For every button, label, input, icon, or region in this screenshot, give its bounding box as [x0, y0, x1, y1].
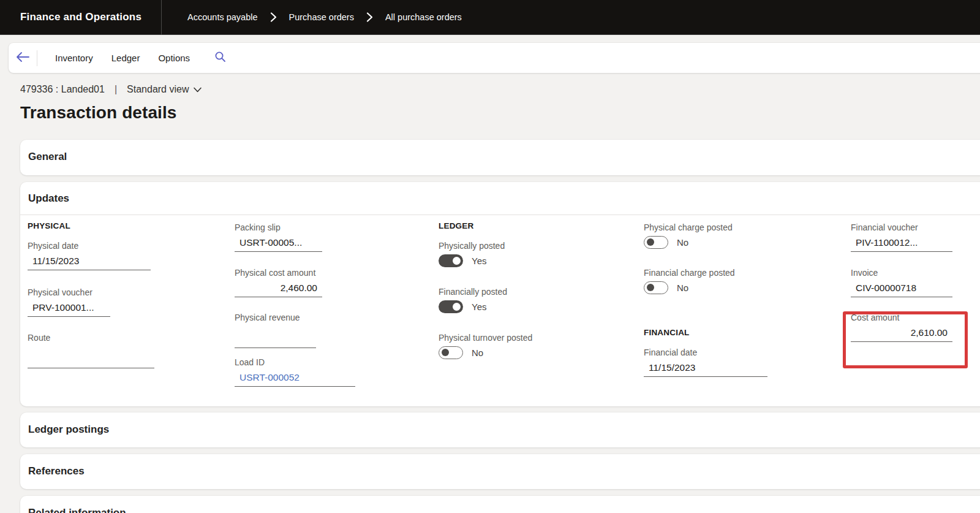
- cost-amount-input[interactable]: 2,610.00: [851, 325, 952, 342]
- section-general: General: [20, 140, 980, 175]
- field-label: Physical date: [28, 241, 151, 251]
- toggle-knob: [647, 238, 654, 246]
- invoice-input[interactable]: CIV-00000718: [851, 280, 952, 297]
- field-route: Route: [28, 333, 154, 368]
- field-physically-posted: Physically posted Yes: [439, 241, 505, 267]
- financial-voucher-input[interactable]: PIV-1100012...: [851, 235, 952, 252]
- financial-date-input[interactable]: 11/15/2023: [644, 360, 767, 377]
- field-label: Physical turnover posted: [439, 333, 532, 343]
- field-physical-revenue: Physical revenue: [235, 313, 316, 348]
- view-selector-label: Standard view: [127, 84, 189, 95]
- section-ledger-postings-header[interactable]: Ledger postings: [20, 412, 980, 447]
- field-label: Load ID: [235, 357, 355, 367]
- field-physical-cost-amount: Physical cost amount 2,460.00: [235, 268, 322, 297]
- toolbar-divider: [37, 50, 37, 66]
- field-financial-voucher: Financial voucher PIV-1100012...: [851, 222, 952, 252]
- field-label: Physically posted: [439, 241, 505, 251]
- action-toolbar: Inventory Ledger Options: [9, 43, 980, 73]
- back-button[interactable]: [9, 43, 37, 73]
- record-header: 479336 : Landed01 | Standard view: [20, 84, 202, 95]
- section-ledger-postings: Ledger postings: [20, 412, 980, 447]
- field-label: Financial voucher: [851, 222, 952, 232]
- view-selector[interactable]: Standard view: [127, 84, 202, 95]
- load-id-link[interactable]: USRT-000052: [235, 370, 355, 387]
- field-financial-charge-posted: Financial charge posted No: [644, 268, 735, 294]
- route-input[interactable]: [28, 351, 154, 368]
- menu-inventory[interactable]: Inventory: [46, 43, 102, 73]
- section-related-information-header[interactable]: Related information: [20, 496, 980, 513]
- field-physical-charge-posted: Physical charge posted No: [644, 222, 733, 249]
- field-label: Invoice: [851, 268, 952, 278]
- field-physical-date: Physical date 11/15/2023: [28, 241, 151, 270]
- section-general-header[interactable]: General: [20, 140, 980, 174]
- physical-cost-amount-input[interactable]: 2,460.00: [235, 280, 322, 297]
- menu-options[interactable]: Options: [149, 43, 199, 73]
- toggle-state-label: Yes: [472, 256, 486, 266]
- section-references: References: [20, 454, 980, 489]
- field-label: Financial date: [644, 348, 767, 357]
- back-arrow-icon: [15, 51, 30, 65]
- field-label: Physical revenue: [235, 313, 316, 322]
- section-references-header[interactable]: References: [20, 454, 980, 488]
- record-separator: |: [115, 84, 117, 95]
- search-button[interactable]: [206, 43, 233, 73]
- breadcrumb-chevron-icon: [366, 12, 373, 22]
- toggle-knob: [453, 303, 461, 311]
- field-financial-date: Financial date 11/15/2023: [644, 348, 767, 377]
- breadcrumb-chevron-icon: [270, 12, 277, 22]
- field-label: Financial charge posted: [644, 268, 735, 278]
- group-header-physical: PHYSICAL: [28, 221, 70, 230]
- breadcrumb-item-purchase-orders[interactable]: Purchase orders: [289, 12, 354, 22]
- field-label: Packing slip: [235, 222, 322, 232]
- toggle-knob: [453, 257, 461, 265]
- financially-posted-toggle[interactable]: [439, 300, 463, 313]
- topbar-divider: [161, 0, 162, 35]
- physical-charge-posted-toggle[interactable]: [644, 236, 668, 249]
- physical-date-input[interactable]: 11/15/2023: [28, 253, 151, 270]
- chevron-down-icon: [194, 84, 202, 95]
- field-cost-amount: Cost amount 2,610.00: [851, 313, 952, 342]
- breadcrumb-item-accounts-payable[interactable]: Accounts payable: [187, 12, 257, 22]
- search-icon: [214, 51, 226, 65]
- toggle-state-label: No: [677, 237, 688, 248]
- record-id: 479336 : Landed01: [20, 84, 105, 95]
- field-label: Route: [28, 333, 154, 343]
- field-packing-slip: Packing slip USRT-00005...: [235, 222, 322, 252]
- app-title: Finance and Operations: [0, 11, 141, 23]
- financial-charge-posted-toggle[interactable]: [644, 281, 668, 294]
- field-financially-posted: Financially posted Yes: [439, 287, 507, 313]
- field-invoice: Invoice CIV-00000718: [851, 268, 952, 297]
- field-physical-turnover-posted: Physical turnover posted No: [439, 333, 532, 359]
- group-header-financial: FINANCIAL: [644, 328, 690, 337]
- group-header-ledger: LEDGER: [439, 221, 473, 230]
- field-label: Physical cost amount: [235, 268, 322, 278]
- breadcrumb: Accounts payable Purchase orders All pur…: [187, 12, 462, 22]
- toggle-state-label: No: [472, 348, 483, 358]
- menu-ledger[interactable]: Ledger: [102, 43, 149, 73]
- toggle-state-label: Yes: [472, 302, 486, 312]
- field-physical-voucher: Physical voucher PRV-100001...: [28, 287, 110, 317]
- toggle-knob: [442, 349, 449, 356]
- physical-voucher-input[interactable]: PRV-100001...: [28, 300, 110, 317]
- page-title: Transaction details: [20, 103, 177, 123]
- field-label: Physical charge posted: [644, 222, 733, 232]
- toggle-state-label: No: [677, 283, 688, 293]
- toggle-knob: [647, 284, 654, 291]
- field-label: Physical voucher: [28, 287, 110, 297]
- breadcrumb-item-all-purchase-orders[interactable]: All purchase orders: [385, 12, 462, 22]
- section-updates: Updates PHYSICAL Physical date 11/15/202…: [20, 182, 980, 406]
- physical-revenue-input[interactable]: [235, 331, 316, 348]
- packing-slip-input[interactable]: USRT-00005...: [235, 235, 322, 252]
- section-updates-header[interactable]: Updates: [20, 182, 980, 215]
- field-label: Cost amount: [851, 313, 952, 322]
- app-window: Finance and Operations Accounts payable …: [0, 0, 980, 513]
- section-related-information: Related information: [20, 496, 980, 513]
- field-label: Financially posted: [439, 287, 507, 297]
- physical-turnover-posted-toggle[interactable]: [439, 346, 463, 359]
- field-load-id: Load ID USRT-000052: [235, 357, 355, 387]
- top-navigation-bar: Finance and Operations Accounts payable …: [0, 0, 980, 35]
- physically-posted-toggle[interactable]: [439, 254, 463, 267]
